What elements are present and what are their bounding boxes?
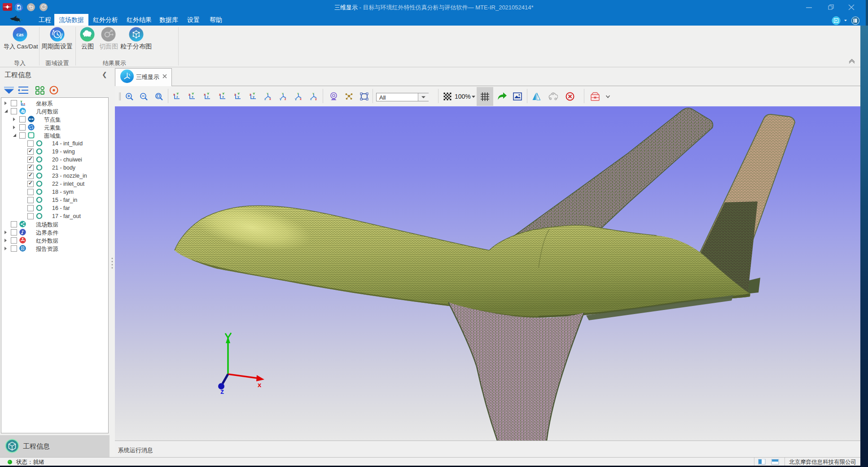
svg-text:z: z bbox=[207, 95, 209, 98]
svg-text:x: x bbox=[173, 93, 175, 96]
svg-text:z: z bbox=[176, 95, 178, 98]
svg-text:x: x bbox=[258, 381, 262, 388]
svg-text:z: z bbox=[189, 93, 190, 96]
svg-text:Y: Y bbox=[297, 92, 299, 95]
svg-text:y: y bbox=[280, 97, 281, 100]
svg-text:y: y bbox=[315, 97, 317, 100]
svg-text:x: x bbox=[300, 97, 302, 100]
svg-text:z: z bbox=[285, 97, 286, 100]
svg-text:y: y bbox=[295, 97, 297, 100]
svg-text:x: x bbox=[24, 102, 26, 105]
svg-text:z: z bbox=[234, 93, 236, 96]
svg-text:x: x bbox=[192, 95, 193, 98]
svg-text:z: z bbox=[250, 93, 251, 96]
svg-text:z: z bbox=[22, 102, 23, 105]
svg-text:Y: Y bbox=[267, 92, 268, 95]
svg-text:z: z bbox=[264, 97, 266, 100]
svg-text:x: x bbox=[269, 97, 271, 100]
svg-text:cas: cas bbox=[17, 31, 24, 38]
svg-text:y: y bbox=[253, 95, 254, 99]
svg-text:x: x bbox=[222, 95, 224, 98]
svg-text:z: z bbox=[219, 93, 221, 96]
svg-text:Y: Y bbox=[312, 92, 314, 95]
svg-text:z: z bbox=[310, 97, 312, 100]
svg-text:Y: Y bbox=[282, 92, 284, 95]
svg-text:z: z bbox=[220, 388, 224, 395]
svg-text:y: y bbox=[237, 95, 239, 99]
svg-text:x: x bbox=[204, 93, 206, 96]
